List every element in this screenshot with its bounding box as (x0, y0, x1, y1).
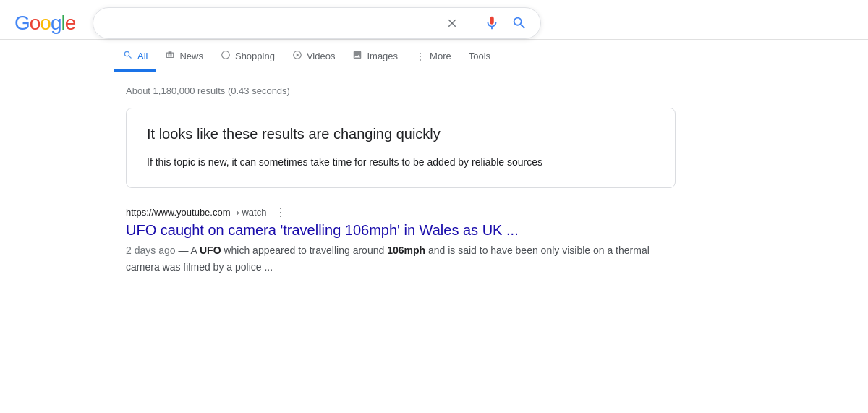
result-date: 2 days ago (126, 244, 176, 256)
result-snippet-text1: which appeared to travelling around (221, 244, 388, 256)
result-snippet: 2 days ago — A UFO which appeared to tra… (126, 242, 661, 274)
tab-images-label: Images (367, 51, 398, 61)
result-snippet-bold-ufo: UFO (200, 244, 221, 256)
tab-more-label: More (430, 51, 451, 61)
voice-search-button[interactable] (481, 12, 503, 34)
tab-news-label: News (179, 51, 203, 61)
tab-videos-label: Videos (307, 51, 336, 61)
images-icon (352, 50, 362, 62)
result-snippet-bold-speed: 106mph (387, 244, 425, 256)
tab-news[interactable]: News (156, 43, 212, 72)
more-dots-icon: ⋮ (415, 51, 425, 62)
news-icon (165, 50, 175, 62)
search-bar: ufo 106 mph (93, 7, 541, 39)
tools-button[interactable]: Tools (460, 43, 499, 71)
tab-videos[interactable]: Videos (284, 43, 344, 72)
result-domain: https://www.youtube.com (126, 207, 231, 218)
search-submit-button[interactable] (509, 12, 530, 34)
videos-icon (292, 50, 302, 62)
search-input[interactable]: ufo 106 mph (103, 17, 435, 30)
nav-tabs: All News Shopping Videos Images (114, 43, 499, 72)
nav-bar: All News Shopping Videos Images (0, 40, 868, 72)
header: Google ufo 106 mph (0, 0, 868, 40)
search-divider (472, 14, 472, 32)
tab-images[interactable]: Images (344, 43, 407, 72)
results-count: About 1,180,000 results (0.43 seconds) (126, 85, 694, 96)
tab-all-label: All (137, 51, 148, 61)
tab-more[interactable]: ⋮ More (407, 43, 460, 72)
info-card-title: It looks like these results are changing… (147, 126, 655, 142)
tab-all[interactable]: All (114, 43, 156, 72)
google-logo[interactable]: Google (14, 12, 75, 35)
main-content: About 1,180,000 results (0.43 seconds) I… (0, 72, 709, 295)
result-snippet-dash: — A (178, 244, 200, 256)
all-search-icon (123, 50, 133, 62)
info-card: It looks like these results are changing… (126, 108, 676, 188)
result-item: https://www.youtube.com › watch ⋮ UFO ca… (126, 205, 676, 274)
result-options-icon[interactable]: ⋮ (275, 205, 286, 219)
tab-shopping-label: Shopping (235, 51, 275, 61)
result-url-line: https://www.youtube.com › watch ⋮ (126, 205, 676, 219)
result-breadcrumb: › watch (237, 207, 267, 218)
clear-button[interactable] (441, 15, 463, 31)
tab-shopping[interactable]: Shopping (212, 43, 284, 72)
info-card-body: If this topic is new, it can sometimes t… (147, 154, 655, 170)
result-title-link[interactable]: UFO caught on camera 'travelling 106mph'… (126, 221, 676, 239)
shopping-icon (221, 50, 231, 62)
